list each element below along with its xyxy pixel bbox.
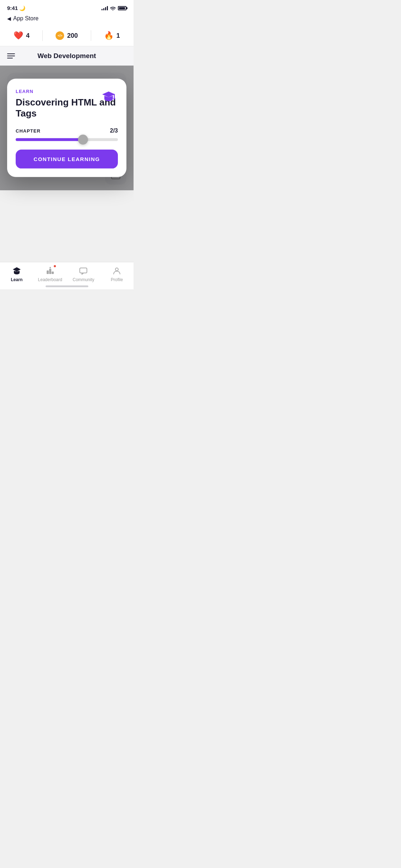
profile-nav-label: Profile (111, 277, 123, 282)
svg-rect-4 (49, 269, 51, 274)
graduation-cap-icon (99, 87, 118, 106)
xp-value: 200 (67, 32, 78, 40)
chapter-progress: 2/3 (110, 128, 118, 134)
nav-leaderboard[interactable]: Leaderboard (38, 266, 63, 282)
menu-button[interactable] (7, 53, 15, 58)
xp-stat: </> 200 (56, 31, 78, 40)
streak-value: 1 (116, 32, 120, 40)
streak-stat: 🔥 1 (104, 31, 120, 40)
hearts-stat: ❤️ 4 (14, 31, 30, 40)
svg-point-2 (114, 98, 115, 99)
leaderboard-nav-icon (45, 266, 55, 276)
nav-profile[interactable]: Profile (104, 266, 129, 282)
status-icons (101, 6, 126, 10)
course-header: Web Development (0, 46, 134, 66)
app-store-back-bar[interactable]: ◀ App Store (0, 14, 134, 25)
hearts-value: 4 (26, 32, 30, 40)
nav-community[interactable]: Community (71, 266, 96, 282)
continue-learning-button[interactable]: CONTINUE LEARNING (16, 150, 118, 169)
chapter-progress-thumb (78, 135, 88, 145)
svg-point-8 (115, 268, 118, 271)
flame-icon: 🔥 (104, 31, 114, 40)
community-nav-icon (78, 266, 88, 276)
heart-icon: ❤️ (14, 31, 23, 40)
nav-learn[interactable]: Learn (4, 266, 29, 282)
svg-point-6 (50, 267, 51, 268)
status-time: 9:41 (7, 5, 18, 11)
stat-divider-2 (91, 30, 91, 41)
chapter-progress-track (16, 138, 118, 141)
leaderboard-nav-label: Leaderboard (38, 277, 62, 282)
community-nav-label: Community (73, 277, 94, 282)
learn-nav-label: Learn (11, 277, 23, 282)
back-arrow-icon: ◀ (7, 16, 11, 21)
stat-divider-1 (42, 30, 43, 41)
chapter-section: CHAPTER 2/3 (16, 128, 118, 141)
coin-icon: </> (56, 31, 64, 40)
status-bar: 9:41 🌙 (0, 0, 134, 14)
svg-rect-7 (80, 268, 87, 273)
main-content: HTML Basics 0% 🔒 A LEARN (0, 66, 134, 190)
app-store-label: App Store (13, 15, 38, 22)
profile-nav-icon (112, 266, 122, 276)
learn-modal: LEARN Discovering HTML and Tags CHAPTER … (7, 79, 126, 177)
chapter-label: CHAPTER (16, 128, 41, 134)
svg-rect-5 (52, 272, 54, 274)
wifi-icon (110, 6, 116, 10)
svg-rect-3 (47, 270, 49, 274)
home-indicator (46, 285, 88, 287)
course-title: Web Development (21, 52, 113, 60)
signal-icon (101, 6, 108, 10)
chapter-progress-fill (16, 138, 83, 141)
learn-nav-icon (12, 266, 22, 276)
moon-icon: 🌙 (19, 5, 25, 11)
leaderboard-badge (53, 264, 57, 268)
chapter-header: CHAPTER 2/3 (16, 128, 118, 134)
battery-icon (118, 6, 126, 10)
stats-bar: ❤️ 4 </> 200 🔥 1 (0, 25, 134, 46)
